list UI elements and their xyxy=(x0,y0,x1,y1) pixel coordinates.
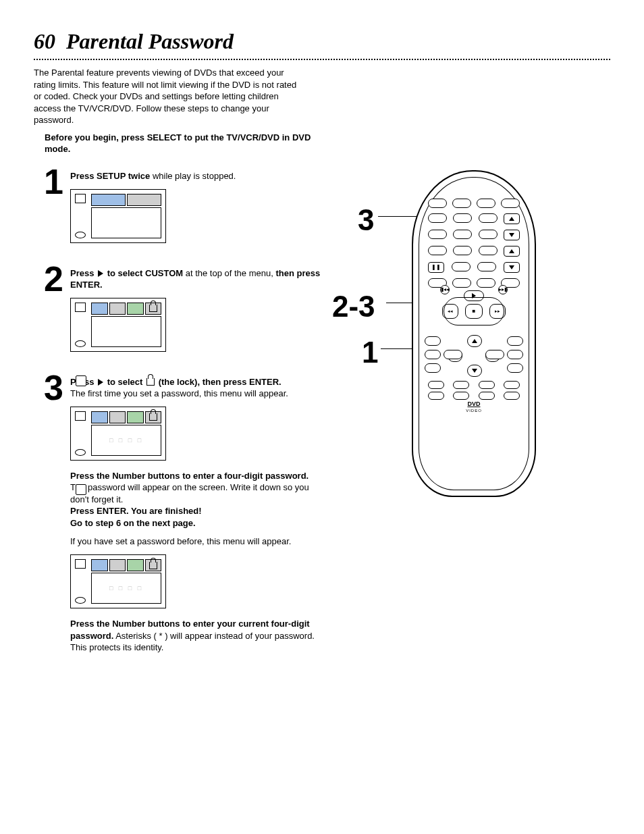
remote-button[interactable] xyxy=(452,199,471,208)
step-3-c: (the lock), then press ENTER. xyxy=(156,377,281,387)
enter-icon xyxy=(75,449,86,456)
password-panel: □ □ □ □ xyxy=(91,425,161,456)
step-3-g: Go to step 6 on the next page. xyxy=(70,518,196,528)
remote-button[interactable] xyxy=(479,381,495,389)
enter-icon xyxy=(75,597,86,604)
tab-lock xyxy=(145,303,162,315)
screen-panel xyxy=(91,316,161,347)
step-3-number: 3 xyxy=(34,372,63,404)
play-button[interactable] xyxy=(464,290,484,301)
step-1-rest: while play is stopped. xyxy=(150,171,236,181)
title-rule xyxy=(34,59,610,60)
eject-up-button[interactable] xyxy=(504,213,520,224)
callout-2-3: 2-3 xyxy=(332,286,375,326)
step-3: 3 Press to select (the lock), then press… xyxy=(34,376,324,660)
tab-lock xyxy=(145,559,162,571)
remote-button[interactable] xyxy=(453,392,469,400)
dvd-sublabel: VIDEO xyxy=(413,408,535,413)
step-1: 1 Press SETUP twice while play is stoppe… xyxy=(34,170,324,253)
lock-icon xyxy=(149,413,157,421)
enter-icon xyxy=(75,232,86,238)
tab-3 xyxy=(127,559,144,571)
remote-button[interactable] xyxy=(428,230,447,239)
remote-button[interactable] xyxy=(504,392,520,400)
remote-button[interactable] xyxy=(452,262,471,271)
remote-button[interactable] xyxy=(479,392,495,400)
screen-panel xyxy=(91,207,161,238)
intro-paragraph: The Parental feature prevents viewing of… xyxy=(34,67,304,126)
remote-figure: 3 2-3 1 xyxy=(338,170,610,497)
screen-icon xyxy=(75,559,86,569)
step-3-i: Press the Number buttons to enter your c… xyxy=(70,618,324,654)
dvd-label: DVD xyxy=(413,400,535,408)
chevron-down-icon xyxy=(509,233,514,237)
eject-down-button[interactable] xyxy=(504,230,520,240)
tab-2 xyxy=(109,303,126,315)
remote-button[interactable] xyxy=(428,392,444,400)
callout-1: 1 xyxy=(362,332,378,372)
title-text: Parental Password xyxy=(66,29,234,53)
step-3-e2: The password will appear on the screen. … xyxy=(70,482,309,504)
remote-button[interactable] xyxy=(444,350,462,359)
remote-button[interactable] xyxy=(453,230,472,239)
remote-button[interactable] xyxy=(479,213,498,223)
step-3-screen-b: □ □ □ □ xyxy=(70,554,166,608)
step-1-screen xyxy=(70,189,166,243)
dpad-down-button[interactable] xyxy=(467,365,482,377)
remote-button[interactable] xyxy=(453,213,472,223)
dpad-icon xyxy=(76,375,86,386)
tab-1 xyxy=(91,194,126,206)
screen-icon xyxy=(75,194,86,203)
step-2-screen xyxy=(70,298,166,352)
remote-button[interactable] xyxy=(425,350,441,359)
stop-button[interactable]: ■ xyxy=(465,304,483,319)
chevron-up-icon xyxy=(509,249,514,253)
remote-button[interactable] xyxy=(507,336,523,346)
remote-button[interactable] xyxy=(428,213,447,223)
dpad-icon xyxy=(76,484,86,495)
remote-button[interactable] xyxy=(477,199,495,208)
screen-icon xyxy=(75,303,86,312)
remote-button[interactable] xyxy=(507,363,523,373)
rewind-button[interactable]: ◂◂ xyxy=(442,304,458,319)
chevron-up-icon xyxy=(509,217,514,221)
remote-button[interactable] xyxy=(477,262,496,271)
tab-2 xyxy=(109,559,126,571)
step-2-text: Press to select CUSTOM at the top of the… xyxy=(70,267,324,291)
remote-button[interactable] xyxy=(428,246,447,255)
step-2-c: at the top of the menu, xyxy=(183,268,275,278)
step-2-a: Press xyxy=(70,268,97,278)
step-3-b: to select xyxy=(105,377,145,387)
eject-up-button[interactable] xyxy=(504,246,520,257)
remote-button[interactable] xyxy=(453,381,469,389)
step-3-screen-a: □ □ □ □ xyxy=(70,407,166,461)
pause-button[interactable]: ❚❚ xyxy=(428,262,444,273)
remote-button[interactable] xyxy=(504,381,520,389)
step-1-number: 1 xyxy=(34,166,63,198)
remote-button[interactable] xyxy=(507,350,523,359)
remote-button[interactable] xyxy=(485,350,504,359)
remote-button[interactable] xyxy=(453,246,472,255)
step-2-b: to select CUSTOM xyxy=(105,268,183,278)
play-icon xyxy=(472,293,476,298)
remote-button[interactable] xyxy=(479,246,498,255)
remote-button[interactable] xyxy=(428,381,444,389)
remote-button[interactable] xyxy=(428,199,447,208)
step-3-h: If you have set a password before, this … xyxy=(70,536,324,548)
remote-button[interactable] xyxy=(425,363,441,373)
step-3-d: The first time you set a password, this … xyxy=(70,388,288,398)
tab-1 xyxy=(91,411,108,423)
eject-down-button[interactable] xyxy=(504,262,520,273)
step-3-e: Press the Number buttons to enter a four… xyxy=(70,470,324,529)
dpad-up-button[interactable] xyxy=(467,335,482,347)
remote-button[interactable] xyxy=(501,199,520,208)
enter-icon xyxy=(75,340,86,347)
fast-forward-button[interactable]: ▸▸ xyxy=(489,304,506,319)
password-boxes: □ □ □ □ xyxy=(109,584,143,592)
tab-2 xyxy=(127,194,161,206)
lock-icon xyxy=(149,562,157,569)
transport-ring: ◂◂ ▸▸ ■ xyxy=(444,292,504,329)
remote-button[interactable] xyxy=(479,230,498,239)
screen-icon xyxy=(75,411,86,421)
remote-button[interactable] xyxy=(425,336,441,346)
